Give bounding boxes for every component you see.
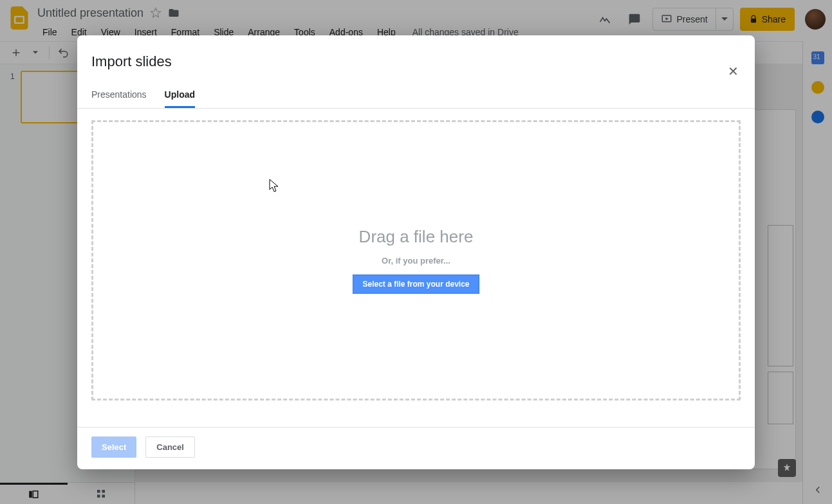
close-icon: ✕ — [728, 64, 739, 79]
select-file-button[interactable]: Select a file from your device — [353, 274, 479, 294]
dialog-tabs: Presentations Upload — [77, 79, 755, 109]
dropzone-subtitle: Or, if you prefer... — [382, 256, 450, 266]
dialog-select-button[interactable]: Select — [91, 437, 136, 458]
import-slides-dialog: Import slides ✕ Presentations Upload Dra… — [77, 35, 755, 469]
dialog-cancel-button[interactable]: Cancel — [145, 437, 195, 458]
dialog-close-button[interactable]: ✕ — [725, 64, 741, 79]
dialog-footer: Select Cancel — [77, 427, 755, 469]
upload-dropzone[interactable]: Drag a file here Or, if you prefer... Se… — [91, 120, 741, 401]
tab-presentations[interactable]: Presentations — [91, 89, 147, 108]
tab-upload[interactable]: Upload — [165, 89, 195, 108]
dropzone-title: Drag a file here — [359, 227, 474, 247]
dialog-title: Import slides — [91, 53, 172, 70]
